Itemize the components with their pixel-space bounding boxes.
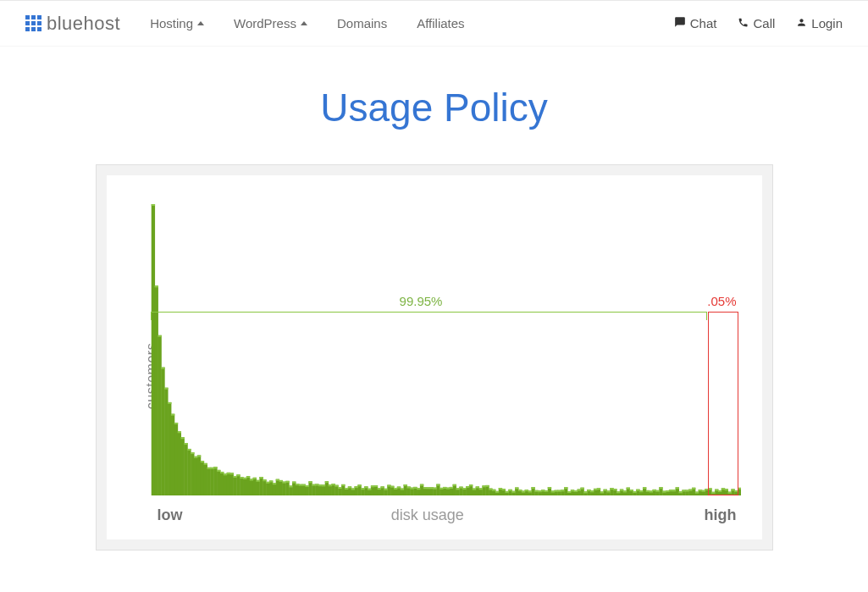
svg-rect-263: [423, 487, 426, 489]
svg-rect-282: [485, 485, 489, 487]
svg-rect-18: [210, 468, 213, 495]
svg-rect-322: [616, 491, 620, 493]
nav-domains[interactable]: Domains: [337, 16, 387, 30]
svg-rect-254: [393, 488, 396, 490]
svg-rect-34: [263, 479, 266, 495]
page-title: Usage Policy: [0, 85, 868, 130]
svg-rect-205: [233, 476, 236, 478]
svg-rect-36: [268, 480, 272, 495]
svg-rect-225: [298, 484, 301, 486]
svg-rect-236: [334, 485, 338, 487]
svg-rect-182: [158, 335, 161, 337]
call-button[interactable]: Call: [738, 16, 775, 30]
svg-rect-20: [217, 470, 220, 495]
svg-rect-283: [489, 489, 492, 490]
caret-up-icon: [301, 21, 307, 25]
chart-frame: customers 99.95% .05% low disk usage hig…: [96, 164, 773, 551]
svg-rect-291: [515, 487, 518, 489]
svg-rect-327: [633, 491, 636, 493]
svg-rect-200: [217, 470, 220, 472]
x-axis-label: disk usage: [391, 506, 464, 524]
svg-rect-309: [573, 490, 577, 492]
svg-rect-202: [223, 473, 226, 475]
svg-rect-328: [636, 490, 639, 491]
svg-rect-246: [368, 489, 371, 490]
svg-rect-25: [233, 476, 236, 495]
svg-rect-24: [229, 473, 233, 495]
svg-rect-208: [243, 478, 246, 479]
svg-rect-304: [557, 490, 561, 492]
svg-rect-293: [521, 491, 524, 493]
svg-rect-255: [396, 487, 400, 489]
svg-rect-302: [550, 490, 554, 492]
svg-rect-192: [191, 452, 194, 454]
svg-rect-314: [590, 490, 594, 492]
svg-rect-53: [324, 481, 328, 495]
svg-rect-207: [240, 477, 243, 479]
svg-rect-23: [226, 473, 229, 495]
site-header: bluehost Hosting WordPress Domains Affil…: [0, 0, 868, 47]
svg-rect-273: [456, 488, 459, 490]
svg-rect-316: [596, 488, 600, 490]
nav-wordpress[interactable]: WordPress: [234, 16, 307, 30]
svg-rect-274: [459, 487, 462, 489]
svg-rect-230: [315, 484, 318, 485]
svg-rect-284: [492, 490, 495, 491]
svg-rect-194: [196, 455, 200, 456]
svg-rect-287: [501, 489, 505, 490]
svg-rect-187: [174, 423, 177, 424]
svg-rect-338: [668, 490, 672, 491]
svg-rect-197: [207, 468, 210, 469]
svg-rect-223: [292, 482, 296, 484]
svg-rect-296: [531, 487, 534, 489]
svg-rect-87: [436, 484, 440, 495]
svg-rect-277: [468, 484, 472, 486]
svg-rect-11: [187, 449, 191, 495]
svg-rect-17: [207, 468, 210, 495]
svg-rect-329: [639, 490, 643, 492]
call-label: Call: [753, 16, 775, 30]
brand-logo[interactable]: bluehost: [25, 13, 120, 35]
svg-rect-264: [426, 487, 429, 489]
svg-rect-226: [301, 484, 305, 486]
login-button[interactable]: Login: [796, 16, 843, 30]
svg-rect-285: [495, 491, 498, 493]
svg-rect-221: [285, 481, 289, 483]
svg-rect-333: [652, 490, 655, 491]
svg-rect-334: [655, 490, 659, 492]
svg-rect-219: [279, 480, 282, 482]
plot-area: [145, 201, 741, 497]
svg-rect-38: [275, 479, 279, 495]
svg-rect-242: [354, 486, 357, 488]
svg-rect-39: [279, 480, 282, 495]
svg-rect-340: [675, 487, 678, 489]
svg-rect-190: [184, 443, 187, 445]
svg-rect-229: [312, 484, 315, 486]
main-nav: Hosting WordPress Domains Affiliates: [150, 16, 464, 30]
svg-rect-210: [249, 479, 252, 480]
svg-rect-262: [419, 484, 423, 486]
svg-rect-237: [338, 487, 341, 489]
svg-rect-35: [266, 482, 269, 495]
svg-rect-294: [524, 490, 528, 491]
nav-label: Domains: [337, 16, 387, 30]
nav-hosting[interactable]: Hosting: [150, 16, 204, 30]
chat-button[interactable]: Chat: [674, 16, 717, 30]
svg-rect-199: [213, 467, 217, 468]
svg-rect-271: [449, 487, 452, 489]
nav-affiliates[interactable]: Affiliates: [417, 16, 464, 30]
svg-rect-306: [564, 487, 567, 489]
nav-label: Affiliates: [417, 16, 464, 30]
svg-rect-301: [547, 487, 550, 489]
svg-rect-15: [200, 461, 203, 495]
svg-rect-195: [200, 461, 203, 462]
svg-rect-222: [289, 485, 292, 487]
svg-rect-227: [305, 485, 308, 487]
svg-rect-307: [567, 491, 570, 493]
svg-rect-344: [688, 490, 692, 491]
svg-rect-5: [168, 402, 171, 495]
svg-rect-48: [308, 481, 312, 495]
high-bucket-box: [708, 312, 738, 495]
svg-rect-185: [168, 402, 171, 404]
phone-icon: [738, 16, 749, 30]
